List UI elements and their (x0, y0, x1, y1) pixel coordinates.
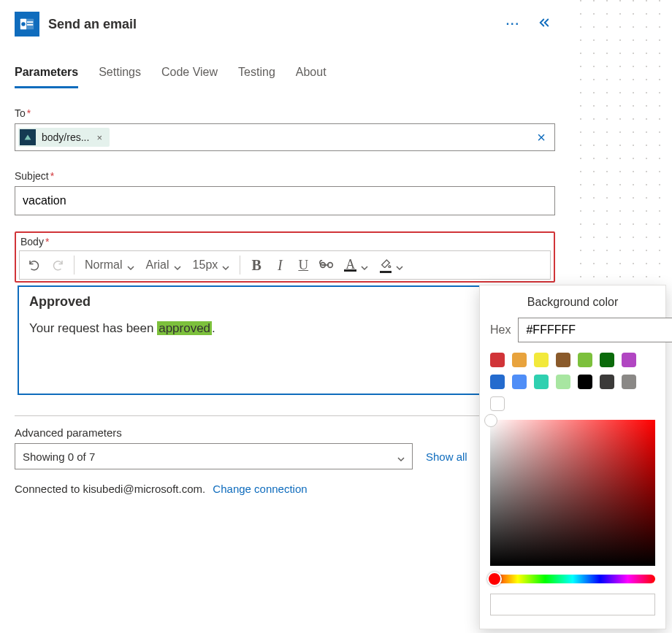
underline-button[interactable]: U (293, 254, 313, 276)
undo-button[interactable] (24, 254, 45, 276)
to-input[interactable]: body/res... × × (15, 123, 555, 151)
subject-label: Subject* (15, 170, 555, 182)
saturation-thumb[interactable] (484, 414, 497, 427)
svg-point-2 (21, 22, 25, 26)
link-button[interactable] (316, 254, 337, 276)
color-swatch[interactable] (600, 353, 614, 367)
highlight-color-button[interactable] (375, 258, 408, 273)
collapse-panel-button[interactable] (533, 15, 555, 34)
hue-slider[interactable] (490, 575, 655, 583)
popup-title: Background color (490, 296, 655, 309)
panel-title: Send an email (48, 17, 137, 32)
subject-field: Subject* (15, 170, 555, 215)
section-divider (15, 415, 555, 416)
font-family-select[interactable]: Arial (142, 258, 186, 272)
color-swatch[interactable] (512, 353, 527, 367)
paragraph-style-select[interactable]: Normal (80, 258, 139, 272)
color-swatch[interactable] (556, 375, 570, 389)
dynamic-content-chip[interactable]: body/res... × (18, 128, 110, 147)
hue-thumb[interactable] (487, 572, 502, 586)
advanced-parameters-label: Advanced parameters (15, 426, 555, 439)
highlighted-text: approved (157, 321, 212, 335)
color-swatch[interactable] (600, 375, 614, 389)
svg-rect-4 (27, 24, 33, 26)
color-swatches (490, 353, 655, 411)
tab-parameters[interactable]: Parameters (15, 61, 78, 88)
outlook-icon (15, 12, 39, 37)
color-swatch[interactable] (512, 375, 527, 389)
tab-code-view[interactable]: Code View (161, 61, 218, 88)
chip-text: body/res... (42, 131, 89, 143)
dynamic-content-icon (20, 129, 36, 145)
show-all-link[interactable]: Show all (426, 450, 467, 463)
hex-input[interactable] (518, 318, 672, 342)
tab-testing[interactable]: Testing (238, 61, 275, 88)
color-swatch[interactable] (490, 353, 505, 367)
background-color-popup: Background color Hex (479, 285, 666, 629)
color-swatch[interactable] (622, 353, 636, 367)
color-swatch[interactable] (622, 375, 636, 389)
tab-bar: Parameters Settings Code View Testing Ab… (15, 61, 555, 88)
body-heading: Approved (29, 294, 541, 310)
more-options-button[interactable]: ··· (502, 15, 524, 34)
color-swatch[interactable] (490, 375, 505, 389)
panel-header: Send an email ··· (15, 12, 555, 37)
italic-button[interactable]: I (270, 254, 290, 276)
connection-text: Connected to kisubedi@microsoft.com. (15, 483, 205, 495)
body-editor[interactable]: Approved Your request has been approved. (18, 285, 552, 395)
redo-button[interactable] (47, 254, 68, 276)
bold-button[interactable]: B (246, 254, 267, 276)
to-field: To* body/res... × × (15, 107, 555, 151)
subject-input[interactable] (15, 186, 555, 215)
color-swatch[interactable] (556, 353, 570, 367)
svg-rect-3 (27, 21, 33, 23)
rich-text-toolbar: Normal Arial 15px B I U A (19, 250, 551, 280)
chip-remove-button[interactable]: × (95, 132, 104, 143)
hex-label: Hex (490, 323, 511, 337)
color-swatch[interactable] (534, 375, 549, 389)
body-label: Body* (16, 233, 554, 250)
connection-row: Connected to kisubedi@microsoft.com. Cha… (15, 483, 555, 495)
clear-to-button[interactable]: × (534, 129, 549, 146)
change-connection-link[interactable]: Change connection (213, 483, 307, 495)
color-swatch[interactable] (578, 353, 592, 367)
advanced-parameters-select[interactable]: Showing 0 of 7 (15, 443, 413, 469)
no-color-swatch[interactable] (490, 396, 505, 411)
to-label: To* (15, 107, 555, 119)
tab-settings[interactable]: Settings (99, 61, 141, 88)
color-swatch[interactable] (578, 375, 592, 389)
saturation-picker[interactable] (490, 420, 655, 566)
tab-about[interactable]: About (296, 61, 327, 88)
body-field-highlight: Body* Normal Arial 15px B I U A (15, 231, 555, 283)
font-size-select[interactable]: 15px (188, 258, 234, 272)
color-extra-input[interactable] (490, 594, 655, 615)
font-color-button[interactable]: A (340, 259, 373, 272)
color-swatch[interactable] (534, 353, 549, 367)
body-line: Your request has been approved. (29, 321, 541, 336)
